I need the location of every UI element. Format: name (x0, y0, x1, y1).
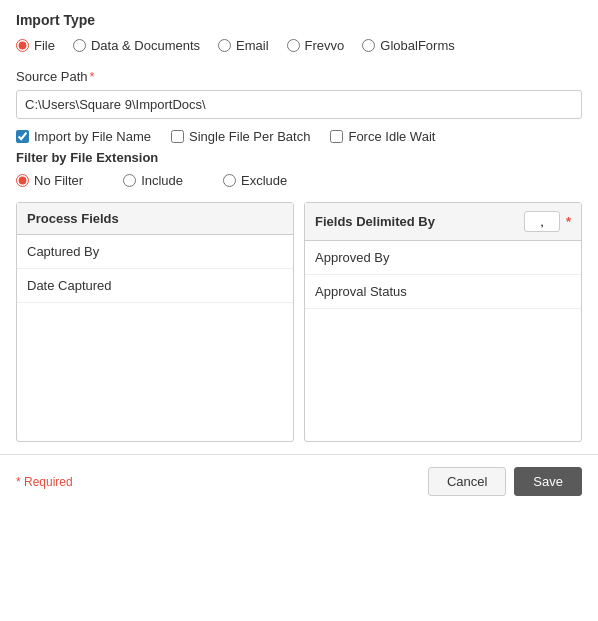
radio-email-label: Email (236, 38, 269, 53)
checkbox-row: Import by File Name Single File Per Batc… (16, 129, 582, 144)
footer-bar: * Required Cancel Save (0, 454, 598, 508)
checkbox-single-file-per-batch[interactable]: Single File Per Batch (171, 129, 310, 144)
source-path-required-star: * (90, 69, 95, 84)
checkbox-force-idle-wait-input[interactable] (330, 130, 343, 143)
import-type-title: Import Type (16, 12, 582, 28)
delimiter-input-group: * (524, 211, 571, 232)
checkbox-import-by-file-name[interactable]: Import by File Name (16, 129, 151, 144)
fields-delimited-box: Fields Delimited By * Approved By Approv… (304, 202, 582, 442)
checkbox-force-idle-wait[interactable]: Force Idle Wait (330, 129, 435, 144)
radio-data-documents-label: Data & Documents (91, 38, 200, 53)
radio-globalforms-input[interactable] (362, 39, 375, 52)
main-container: Import Type File Data & Documents Email … (0, 0, 598, 442)
import-type-radio-group: File Data & Documents Email Frevvo Globa… (16, 38, 582, 53)
fields-delimited-header: Fields Delimited By * (305, 203, 581, 241)
radio-exclude-input[interactable] (223, 174, 236, 187)
radio-include[interactable]: Include (123, 173, 183, 188)
checkbox-force-idle-wait-label: Force Idle Wait (348, 129, 435, 144)
fields-delimited-body: Approved By Approval Status (305, 241, 581, 441)
radio-file-label: File (34, 38, 55, 53)
radio-no-filter-label: No Filter (34, 173, 83, 188)
radio-email-input[interactable] (218, 39, 231, 52)
process-fields-body: Captured By Date Captured (17, 235, 293, 435)
radio-data-documents-input[interactable] (73, 39, 86, 52)
process-field-row-1[interactable]: Date Captured (17, 269, 293, 303)
radio-globalforms-label: GlobalForms (380, 38, 454, 53)
two-col-layout: Process Fields Captured By Date Captured… (16, 202, 582, 442)
process-fields-box: Process Fields Captured By Date Captured (16, 202, 294, 442)
required-note: * Required (16, 475, 73, 489)
process-field-row-0[interactable]: Captured By (17, 235, 293, 269)
delimiter-input[interactable] (524, 211, 560, 232)
radio-globalforms[interactable]: GlobalForms (362, 38, 454, 53)
checkbox-single-file-per-batch-label: Single File Per Batch (189, 129, 310, 144)
radio-file[interactable]: File (16, 38, 55, 53)
radio-no-filter[interactable]: No Filter (16, 173, 83, 188)
process-fields-title: Process Fields (27, 211, 119, 226)
save-button[interactable]: Save (514, 467, 582, 496)
radio-frevvo[interactable]: Frevvo (287, 38, 345, 53)
radio-email[interactable]: Email (218, 38, 269, 53)
radio-file-input[interactable] (16, 39, 29, 52)
radio-frevvo-input[interactable] (287, 39, 300, 52)
footer-btn-group: Cancel Save (428, 467, 582, 496)
fields-delimited-title: Fields Delimited By (315, 214, 435, 229)
delimiter-required-star: * (566, 214, 571, 229)
fields-delimited-row-1[interactable]: Approval Status (305, 275, 581, 309)
source-path-label: Source Path* (16, 69, 582, 84)
checkbox-single-file-per-batch-input[interactable] (171, 130, 184, 143)
source-path-input[interactable] (16, 90, 582, 119)
radio-data-documents[interactable]: Data & Documents (73, 38, 200, 53)
checkbox-import-by-file-name-input[interactable] (16, 130, 29, 143)
radio-include-label: Include (141, 173, 183, 188)
radio-include-input[interactable] (123, 174, 136, 187)
radio-frevvo-label: Frevvo (305, 38, 345, 53)
filter-title: Filter by File Extension (16, 150, 582, 165)
process-fields-header: Process Fields (17, 203, 293, 235)
fields-delimited-row-0[interactable]: Approved By (305, 241, 581, 275)
filter-radio-group: No Filter Include Exclude (16, 173, 582, 188)
cancel-button[interactable]: Cancel (428, 467, 506, 496)
checkbox-import-by-file-name-label: Import by File Name (34, 129, 151, 144)
radio-no-filter-input[interactable] (16, 174, 29, 187)
radio-exclude-label: Exclude (241, 173, 287, 188)
radio-exclude[interactable]: Exclude (223, 173, 287, 188)
